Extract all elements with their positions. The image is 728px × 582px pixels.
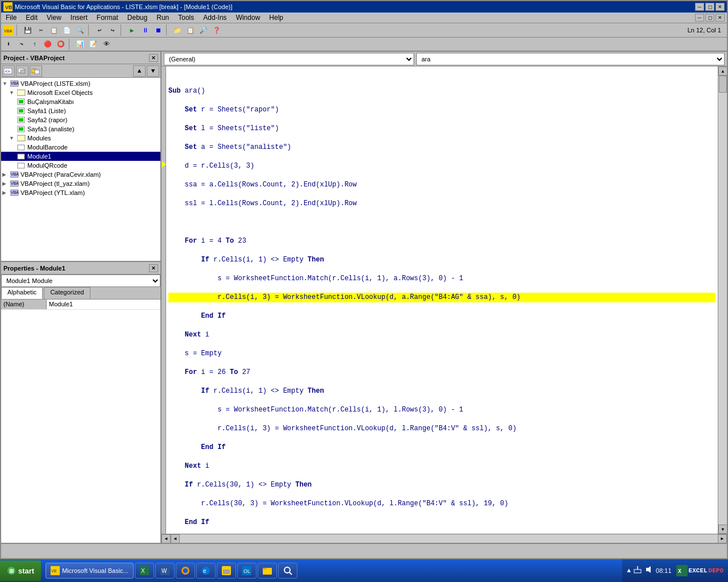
object-browser-btn[interactable]: 🔎 <box>197 24 210 36</box>
horizontal-scrollbar[interactable]: ◀ ◀ ▶ <box>162 534 727 543</box>
inner-minimize-button[interactable]: ─ <box>695 14 704 22</box>
step-out-btn[interactable]: ↑ <box>28 38 41 51</box>
taskbar-outlook[interactable]: OL <box>237 563 257 579</box>
undo-btn[interactable]: ↩ <box>93 24 106 36</box>
title-controls[interactable]: ─ ◻ ✕ <box>695 3 725 11</box>
object-dropdown[interactable]: (General) <box>164 53 414 65</box>
save-btn[interactable]: 💾 <box>22 24 34 36</box>
tree-item-modules[interactable]: ▼ Modules <box>1 134 160 143</box>
scroll-right-end-btn[interactable]: ▶ <box>718 534 727 543</box>
code-area[interactable]: Sub ara() Set r = Sheets("rapor") Set l … <box>162 66 727 534</box>
tree-item-thisworkbook[interactable]: BuÇalışmaKitabı <box>1 97 160 106</box>
svg-rect-44 <box>223 569 230 574</box>
code-line-21: Next i <box>168 462 715 471</box>
properties-btn[interactable]: 📋 <box>184 24 197 36</box>
watch-btn[interactable]: 👁 <box>100 38 113 51</box>
project-close-btn[interactable]: ✕ <box>149 54 158 62</box>
reset-btn[interactable]: ⏹ <box>152 24 164 36</box>
taskbar-word[interactable]: W <box>155 563 175 579</box>
taskbar-excel[interactable]: X <box>135 563 154 579</box>
view-object-btn[interactable] <box>16 65 28 77</box>
h-scroll-track[interactable] <box>180 535 718 543</box>
debug-arrow-indicator <box>162 161 166 168</box>
close-button[interactable]: ✕ <box>715 3 725 11</box>
svg-text:X: X <box>678 568 681 575</box>
tab-categorized[interactable]: Categorized <box>44 287 90 299</box>
menu-window[interactable]: Window <box>231 13 265 23</box>
tray-network-icon[interactable] <box>633 565 642 576</box>
project-explorer-btn[interactable]: 📁 <box>171 24 184 36</box>
start-button[interactable]: ⊞ start <box>0 560 41 581</box>
copy-btn[interactable]: 📋 <box>48 24 60 36</box>
taskbar-firefox[interactable] <box>176 563 195 579</box>
tree-item-sayfa2[interactable]: Sayfa2 (rapor) <box>1 115 160 124</box>
tree-item-module1[interactable]: Module1 <box>1 152 160 161</box>
svg-text:⊞: ⊞ <box>9 568 14 574</box>
menu-view[interactable]: View <box>42 13 66 23</box>
taskbar-ie[interactable]: e <box>196 563 216 579</box>
tree-item-ytl[interactable]: ▶ VBA VBAProject (YTL.xlam) <box>1 188 160 197</box>
run-btn[interactable]: ▶ <box>126 24 138 36</box>
procedure-dropdown[interactable]: ara <box>416 53 725 65</box>
scroll-down-btn[interactable]: ▼ <box>718 525 727 534</box>
properties-object-dropdown[interactable]: Module1 Module <box>1 275 160 287</box>
redo-btn[interactable]: ↪ <box>106 24 119 36</box>
vertical-scrollbar[interactable]: ▲ ▼ <box>718 66 727 534</box>
view-code-btn[interactable]: <> <box>2 65 15 77</box>
inner-restore-button[interactable]: ◻ <box>705 14 714 22</box>
project-scroll-down[interactable]: ▼ <box>147 65 159 77</box>
scroll-right-btn[interactable]: ◀ <box>171 534 180 543</box>
immediate-btn[interactable]: 📝 <box>87 38 100 51</box>
tree-item-sayfa3[interactable]: Sayfa3 (analiste) <box>1 124 160 134</box>
menu-format[interactable]: Format <box>92 13 123 23</box>
scroll-track[interactable] <box>718 76 727 525</box>
code-content[interactable]: Sub ara() Set r = Sheets("rapor") Set l … <box>166 66 718 534</box>
menu-addins[interactable]: Add-Ins <box>198 13 231 23</box>
svg-rect-22 <box>18 145 24 150</box>
paste-btn[interactable]: 📄 <box>61 24 73 36</box>
restore-button[interactable]: ◻ <box>705 3 714 11</box>
menu-file[interactable]: File <box>1 13 21 23</box>
menu-debug[interactable]: Debug <box>123 13 152 23</box>
scroll-thumb[interactable] <box>719 76 727 93</box>
taskbar-explorer[interactable] <box>217 563 236 579</box>
inner-close-button[interactable]: ✕ <box>715 14 725 22</box>
locals-btn[interactable]: 📊 <box>74 38 86 51</box>
taskbar: ⊞ start VB Microsoft Visual Basic... X W <box>0 559 728 582</box>
tree-item-excel-objects[interactable]: ▼ Microsoft Excel Objects <box>1 88 160 97</box>
tree-item-tlyaz[interactable]: ▶ VBA VBAProject (tl_yaz.xlam) <box>1 179 160 188</box>
menu-run[interactable]: Run <box>152 13 173 23</box>
tree-item-liste-project[interactable]: ▼ VBA VBAProject (LISTE.xlsm) <box>1 79 160 88</box>
tray-icon-1[interactable]: ▲ <box>627 567 631 574</box>
help-btn[interactable]: ❓ <box>210 24 223 36</box>
step-over-btn[interactable]: ↷ <box>15 38 28 51</box>
tray-volume-icon[interactable] <box>644 565 653 576</box>
taskbar-vba[interactable]: VB Microsoft Visual Basic... <box>46 563 134 579</box>
vba-logo-btn[interactable]: VBA <box>2 24 15 36</box>
breakpoint-btn[interactable]: 🔴 <box>42 38 54 51</box>
cut-btn[interactable]: ✂ <box>35 24 47 36</box>
tab-alphabetic[interactable]: Alphabetic <box>1 287 43 299</box>
code-line-5: d = r.Cells(3, 3) <box>168 161 715 171</box>
taskbar-filemanager[interactable] <box>258 563 277 579</box>
menu-tools[interactable]: Tools <box>173 13 198 23</box>
menu-help[interactable]: Help <box>264 13 288 23</box>
toggle-folders-btn[interactable] <box>30 65 42 77</box>
tree-item-sayfa1[interactable]: Sayfa1 (Liste) <box>1 106 160 115</box>
project-scroll-up[interactable]: ▲ <box>133 65 146 77</box>
scroll-left-btn[interactable]: ◀ <box>162 534 171 543</box>
step-into-btn[interactable]: ⬇ <box>2 38 15 51</box>
menu-insert[interactable]: Insert <box>66 13 92 23</box>
break-btn[interactable]: ⏸ <box>139 24 151 36</box>
menu-edit[interactable]: Edit <box>21 13 42 23</box>
tree-item-paracevir[interactable]: ▶ VBA VBAProject (ParaCevir.xlam) <box>1 170 160 179</box>
find-btn[interactable]: 🔍 <box>74 24 86 36</box>
minimize-button[interactable]: ─ <box>695 3 704 11</box>
clear-breakpoints-btn[interactable]: ⭕ <box>55 38 67 51</box>
taskbar-search[interactable] <box>278 563 297 579</box>
tree-item-modulqrcode[interactable]: ModulQRcode <box>1 161 160 170</box>
tree-item-modulbarcode[interactable]: ModulBarcode <box>1 143 160 152</box>
properties-close-btn[interactable]: ✕ <box>149 264 158 272</box>
prop-name-label: (Name) <box>1 300 47 309</box>
scroll-up-btn[interactable]: ▲ <box>718 66 727 76</box>
